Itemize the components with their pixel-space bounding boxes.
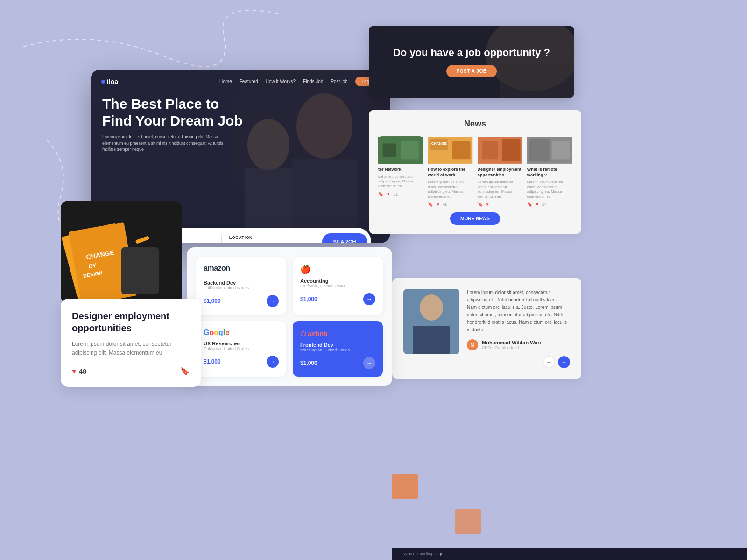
- job-salary-apple: $1,000: [300, 296, 317, 302]
- hero-description: Lorem ipsum dolor sit amet, consectetur …: [102, 134, 224, 153]
- footer-bar: Wilco - Landing Page: [392, 548, 747, 560]
- search-divider: [221, 235, 222, 243]
- job-location-apple: California, United States: [300, 284, 375, 288]
- job-footer-apple: $1,000 →: [300, 293, 375, 305]
- job-location-google: California, United States: [204, 346, 279, 351]
- news-item-1-desc: cut amet, consectetur adipiscing eu, Mas…: [378, 175, 423, 189]
- more-news-button[interactable]: MORE NEWS: [450, 212, 500, 225]
- photo-card: CHANGE BY DESIGN: [61, 201, 182, 303]
- location-label: LOCATION: [229, 235, 322, 240]
- nav-home[interactable]: Home: [219, 79, 232, 84]
- news-item-1-title: ter Network: [378, 167, 423, 173]
- bookmark-icon[interactable]: 🔖: [180, 367, 190, 376]
- news-meta-3: 🔖 ♥: [478, 202, 522, 207]
- testimonial-section: Lorem ipsum dolor sit amet, consectetur …: [392, 278, 581, 379]
- bookmark-icon-1: 🔖: [378, 192, 383, 196]
- likes-4: 24: [542, 202, 547, 207]
- svg-rect-28: [482, 141, 498, 160]
- jobs-panel: amazon ~~ Backend Dev California, United…: [187, 247, 392, 386]
- hero-logo: iloa: [101, 78, 118, 85]
- heart-icon-4: ♥: [536, 202, 538, 207]
- testimonial-author-info: Muhammad Wildan Wari CEO • Greatcode.id: [482, 340, 541, 350]
- heart-icon-2: ♥: [437, 202, 439, 207]
- opportunity-content: Do you have a job opportunity ? POST A J…: [369, 26, 574, 98]
- google-logo: Google: [204, 329, 279, 337]
- testimonial-content: Lorem ipsum dolor sit amet, consectetur …: [467, 289, 570, 368]
- news-item-2-desc: Lorem ipsum dolor sit amet, consectetur …: [428, 180, 472, 199]
- news-title: News: [378, 119, 572, 129]
- heart-icon-3: ♥: [486, 202, 489, 207]
- logo-text: iloa: [107, 78, 118, 85]
- testimonial-role: CEO • Greatcode.id: [482, 345, 541, 350]
- testimonial-name: Muhammad Wildan Wari: [482, 340, 541, 345]
- amazon-logo: amazon ~~: [204, 264, 279, 276]
- job-footer-airbnb: $1,000 →: [300, 357, 375, 369]
- job-footer-google: $1,000 →: [204, 356, 279, 368]
- location-input[interactable]: [229, 242, 322, 243]
- news-item-3[interactable]: Designer employment opportunities Lorem …: [478, 136, 522, 207]
- nav-post[interactable]: Post job: [331, 79, 347, 84]
- likes-2: 48: [443, 202, 448, 207]
- svg-text:CHANGE: CHANGE: [431, 141, 447, 146]
- testimonial-next-button[interactable]: →: [558, 356, 570, 368]
- job-arrow-amazon[interactable]: →: [267, 295, 279, 307]
- opportunity-title: Do you have a job opportunity ?: [393, 46, 550, 60]
- footer-brand: Wilco - Landing Page: [403, 552, 444, 556]
- article-card: Designer employment opportunities Lorem …: [61, 299, 201, 387]
- svg-rect-35: [413, 326, 450, 354]
- logo-dot: [101, 80, 105, 84]
- heart-icon-1: ♥: [387, 192, 389, 196]
- job-salary-airbnb: $1,000: [300, 360, 317, 366]
- nav-how[interactable]: How it Works?: [266, 79, 296, 84]
- heart-count: ♥ 48: [72, 367, 86, 376]
- search-button[interactable]: SEARCH: [322, 233, 367, 243]
- job-role-apple: Accounting: [300, 278, 375, 284]
- news-item-4[interactable]: What is remote working ? Lorem ipsum dol…: [527, 136, 572, 207]
- job-location-airbnb: Washington, United States: [300, 348, 375, 352]
- news-item-2[interactable]: CHANGE How to explore the world of work …: [428, 136, 472, 207]
- job-salary-google: $1,000: [204, 358, 221, 365]
- svg-rect-31: [529, 139, 550, 161]
- job-card-amazon: amazon ~~ Backend Dev California, United…: [196, 257, 286, 315]
- news-meta-4: 🔖 ♥ 24: [527, 202, 572, 207]
- svg-rect-29: [502, 139, 520, 161]
- news-item-1[interactable]: ter Network cut amet, consectetur adipis…: [378, 136, 423, 207]
- testimonial-text: Lorem ipsum dolor sit amet, consectetur …: [467, 289, 570, 334]
- location-field: LOCATION: [229, 235, 322, 243]
- article-footer: ♥ 48 🔖: [72, 367, 190, 376]
- testimonial-prev-button[interactable]: ←: [543, 356, 555, 368]
- job-arrow-apple[interactable]: →: [363, 293, 375, 305]
- decorative-orange-square-1: [392, 474, 418, 499]
- hero-nav: iloa Home Featured How it Works? Finds J…: [91, 70, 390, 93]
- opportunity-card: Do you have a job opportunity ? POST A J…: [369, 26, 574, 98]
- likes-1: 61: [393, 192, 398, 196]
- heart-icon: ♥: [72, 367, 77, 376]
- nav-links: Home Featured How it Works? Finds Job Po…: [219, 79, 348, 84]
- bookmark-icon-4: 🔖: [527, 202, 532, 207]
- airbnb-logo: ⬡ airbnb: [300, 329, 375, 338]
- svg-rect-22: [401, 141, 419, 160]
- job-card-apple: 🍎 Accounting California, United States $…: [293, 257, 383, 315]
- bookmark-icon-2: 🔖: [428, 202, 433, 207]
- job-arrow-google[interactable]: →: [267, 356, 279, 368]
- svg-rect-14: [121, 247, 159, 294]
- job-arrow-airbnb[interactable]: →: [363, 357, 375, 369]
- post-job-button[interactable]: POST A JOB: [446, 65, 497, 77]
- nav-finds[interactable]: Finds Job: [303, 79, 323, 84]
- nav-featured[interactable]: Featured: [240, 79, 258, 84]
- photo-card-image: CHANGE BY DESIGN: [61, 201, 182, 303]
- news-meta-1: 🔖 ♥ 61: [378, 192, 423, 196]
- news-section: News ter Network cut amet, consectetur a…: [369, 110, 581, 234]
- svg-point-34: [420, 294, 443, 321]
- news-meta-2: 🔖 ♥ 48: [428, 202, 472, 207]
- news-item-4-title: What is remote working ?: [527, 167, 572, 178]
- testimonial-photo: [403, 289, 459, 354]
- job-role-google: UX Researcher: [204, 341, 279, 346]
- job-card-airbnb: ⬡ airbnb Frontend Dev Washington, United…: [293, 321, 383, 377]
- hero-title: The Best Place to Find Your Dream Job: [102, 96, 379, 129]
- testimonial-nav: ← →: [467, 356, 570, 368]
- job-role-amazon: Backend Dev: [204, 280, 279, 286]
- likes-count: 48: [79, 368, 87, 375]
- svg-rect-26: [452, 141, 471, 160]
- job-salary-amazon: $1,000: [204, 298, 221, 304]
